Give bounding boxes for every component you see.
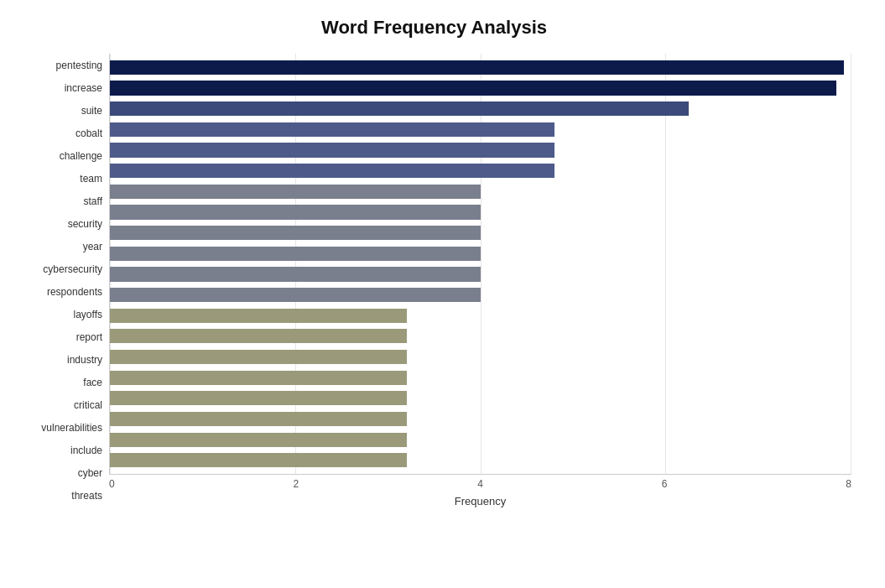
bar: [110, 185, 481, 199]
y-label: pentesting: [56, 60, 102, 70]
bar: [110, 164, 554, 178]
y-label: team: [80, 174, 102, 184]
y-label: threats: [71, 491, 102, 501]
y-label: cybersecurity: [43, 264, 102, 274]
bar: [110, 101, 689, 116]
bar: [110, 60, 844, 75]
x-tick: 6: [662, 478, 668, 490]
bar: [110, 412, 407, 426]
x-tick: 2: [294, 478, 299, 490]
bar-row: [110, 98, 851, 119]
x-axis-label: Frequency: [109, 495, 851, 507]
x-tick: 4: [477, 478, 483, 490]
chart-title: Word Frequency Analysis: [17, 17, 851, 39]
x-axis: 02468: [109, 475, 851, 490]
bar: [110, 226, 481, 240]
bar: [110, 329, 407, 343]
y-label: face: [83, 377, 102, 388]
bars-and-xaxis: 02468 Frequency: [109, 54, 851, 507]
y-label: year: [83, 242, 102, 252]
chart-area: pentestingincreasesuitecobaltchallengete…: [17, 54, 851, 507]
bar: [110, 122, 554, 137]
bar: [110, 288, 481, 302]
y-label: security: [68, 219, 102, 229]
y-label: challenge: [60, 151, 102, 161]
y-axis: pentestingincreasesuitecobaltchallengete…: [17, 54, 109, 507]
bar-row: [110, 222, 851, 243]
bar: [110, 350, 407, 364]
bar-row: [110, 408, 851, 429]
bars-wrapper: [110, 54, 851, 474]
y-label: critical: [74, 400, 102, 410]
x-tick: 8: [846, 478, 851, 490]
y-label: staff: [84, 196, 102, 206]
bar-row: [110, 388, 851, 409]
chart-container: Word Frequency Analysis pentestingincrea…: [0, 0, 885, 588]
bar-row: [110, 346, 851, 367]
y-label: cyber: [78, 468, 102, 478]
bar-row: [110, 264, 851, 285]
bar: [110, 453, 407, 467]
bar-row: [110, 284, 851, 305]
bar-row: [110, 367, 851, 388]
bar-row: [110, 57, 851, 78]
x-tick: 0: [109, 478, 115, 490]
bar-row: [110, 202, 851, 223]
y-label: respondents: [47, 287, 102, 297]
bar-row: [110, 181, 851, 202]
y-label: layoffs: [74, 310, 102, 320]
y-label: vulnerabilities: [41, 423, 102, 433]
bar: [110, 205, 481, 219]
bars-area: [109, 54, 851, 475]
bar-row: [110, 119, 851, 140]
y-label: industry: [67, 355, 102, 365]
y-label: include: [70, 445, 102, 455]
bar-row: [110, 160, 851, 181]
y-label: report: [76, 332, 102, 342]
bar-row: [110, 429, 851, 450]
bar-row: [110, 450, 851, 471]
bar: [110, 391, 407, 405]
y-label: suite: [81, 106, 102, 116]
bar: [110, 433, 407, 447]
bar: [110, 309, 407, 323]
bar: [110, 247, 481, 261]
bar: [110, 371, 407, 385]
bar: [110, 81, 836, 95]
bar-row: [110, 326, 851, 347]
bar-row: [110, 305, 851, 326]
bar: [110, 267, 481, 281]
bar-row: [110, 243, 851, 264]
y-label: increase: [65, 83, 102, 93]
y-label: cobalt: [75, 128, 102, 138]
bar-row: [110, 140, 851, 161]
bar: [110, 143, 554, 157]
bar-row: [110, 78, 851, 99]
